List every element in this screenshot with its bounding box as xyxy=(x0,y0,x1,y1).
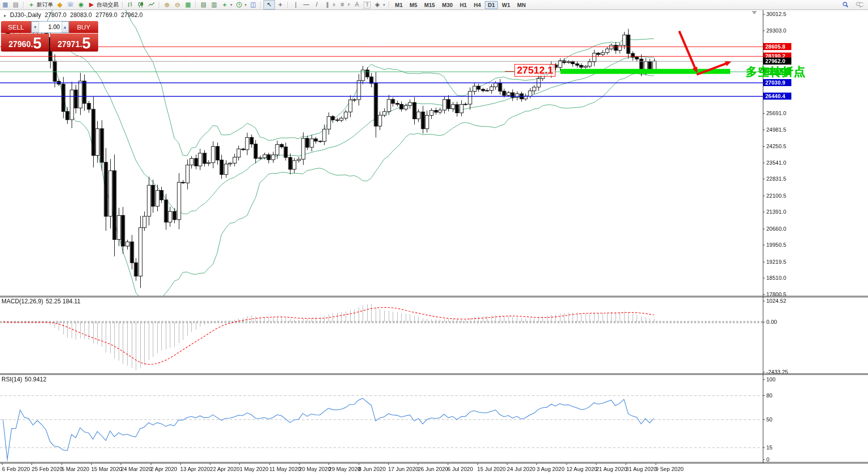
buy-price-big-digit: 5 xyxy=(82,36,91,51)
chevron-down-icon: ▾ xyxy=(230,3,232,7)
volume-decrease-button[interactable]: ▼ xyxy=(32,22,39,33)
volume-increase-button[interactable]: ▲ xyxy=(62,22,69,33)
chart-shift-marker[interactable] xyxy=(752,11,757,15)
rsi-panel-separator[interactable] xyxy=(0,373,868,375)
fibonacci-sub-label: F xyxy=(348,3,350,7)
toolbar-separator xyxy=(23,2,24,9)
arrange-windows-icon: ▤ xyxy=(200,1,207,9)
toolbar-separator xyxy=(389,2,390,9)
fibonacci-icon: ≡ xyxy=(339,1,346,9)
sell-price-big-digit: 5 xyxy=(33,36,42,51)
tab-timeframe-h4[interactable]: H4 xyxy=(471,1,484,9)
new-chart-button[interactable]: ▦ xyxy=(0,1,11,9)
chart-title-bar: ▸ DJ30-,Daily 27807.0 28083.0 27769.0 27… xyxy=(4,12,145,19)
add-indicator-button[interactable]: ＋▾ xyxy=(219,1,234,9)
tab-timeframe-mn[interactable]: MN xyxy=(514,1,529,9)
zoom-in-button[interactable]: ⊕ xyxy=(162,1,172,9)
cascade-windows-button[interactable]: ▥ xyxy=(209,1,219,9)
buy-price-button[interactable]: 27971.5 xyxy=(50,34,98,52)
tab-timeframe-m30[interactable]: M30 xyxy=(439,1,455,9)
chevron-down-icon: ▾ xyxy=(383,3,385,7)
date-axis-separator xyxy=(0,462,868,463)
text-label-tool[interactable]: T xyxy=(362,1,372,9)
main-toolbar: ▦ ▤ ＋ 新订单 ◆ ☏ ◉ ▶ 自动交易 ⊕ ⊖ ▦ ▤ ▥ ＋▾ ▾ ◫ xyxy=(0,0,868,10)
crosshair-tool-button[interactable]: + xyxy=(275,1,285,9)
metaeditor-button[interactable]: ◆ xyxy=(55,1,65,9)
tick-chart-button[interactable]: ▤ xyxy=(11,1,21,9)
toolbar-separator xyxy=(260,2,261,9)
text-tool[interactable]: A xyxy=(352,1,362,9)
new-order-button[interactable]: ＋ 新订单 xyxy=(26,1,55,9)
toolbar-separator xyxy=(159,2,160,9)
candlestick-chart-icon xyxy=(137,1,145,9)
candlestick-mode-button[interactable] xyxy=(136,1,146,9)
signals-button[interactable]: ◉ xyxy=(76,1,86,9)
toolbar-separator xyxy=(195,2,196,9)
chat-button[interactable] xyxy=(854,1,865,9)
toolbar-separator xyxy=(287,2,288,9)
new-order-label: 新订单 xyxy=(37,1,53,9)
auto-trading-label: 自动交易 xyxy=(97,1,119,9)
community-icon: ☏ xyxy=(67,1,74,9)
macd-label: MACD(12,26,9)52.25 184.11 xyxy=(2,298,83,305)
fibonacci-tool[interactable]: ≡F xyxy=(337,1,352,9)
auto-trading-button[interactable]: ▶ 自动交易 xyxy=(86,1,120,9)
zoom-out-button[interactable]: ⊖ xyxy=(172,1,183,9)
rsi-value: 50.9412 xyxy=(25,376,46,383)
periods-clock-icon xyxy=(235,1,243,9)
chart-canvas[interactable] xyxy=(0,0,868,474)
search-icon xyxy=(841,1,849,9)
tile-windows-icon: ▦ xyxy=(184,1,192,9)
channel-tool[interactable]: ∥E xyxy=(322,1,337,9)
trendline-tool[interactable]: / xyxy=(312,1,322,9)
bar-chart-mode-button[interactable] xyxy=(125,1,136,9)
zoom-out-icon: ⊖ xyxy=(174,1,181,9)
community-button[interactable]: ☏ xyxy=(65,1,76,9)
buy-price-main: 27971. xyxy=(58,38,82,51)
vertical-line-tool[interactable]: | xyxy=(291,1,301,9)
search-button[interactable] xyxy=(840,1,850,9)
bar-chart-icon xyxy=(127,1,134,9)
metaeditor-icon: ◆ xyxy=(56,1,64,9)
tile-windows-button[interactable]: ▦ xyxy=(183,1,193,9)
sell-price-main: 27960. xyxy=(9,38,33,51)
buy-button[interactable]: BUY xyxy=(69,21,98,33)
tick-chart-icon: ▤ xyxy=(12,1,20,9)
crosshair-icon: + xyxy=(276,1,284,9)
horizontal-line-icon: — xyxy=(303,1,310,9)
volume-input[interactable] xyxy=(39,22,62,33)
ohlc-low: 27769.0 xyxy=(96,12,117,19)
new-order-icon: ＋ xyxy=(28,1,35,9)
tab-timeframe-w1[interactable]: W1 xyxy=(499,1,513,9)
zoom-in-icon: ⊕ xyxy=(163,1,171,9)
macd-panel-separator[interactable] xyxy=(0,296,868,297)
tab-timeframe-m1[interactable]: M1 xyxy=(392,1,406,9)
support-level-callout[interactable]: 27512.1 xyxy=(514,64,555,77)
chevron-down-icon: ▾ xyxy=(245,3,247,7)
add-indicator-icon: ＋ xyxy=(221,1,228,9)
macd-name: MACD(12,26,9) xyxy=(2,298,43,305)
macd-values: 52.25 184.11 xyxy=(46,298,80,305)
ohlc-high: 28083.0 xyxy=(70,12,92,19)
tab-timeframe-m5[interactable]: M5 xyxy=(407,1,420,9)
rsi-label: RSI(14)50.9412 xyxy=(2,376,49,383)
shapes-tool[interactable]: ◈▾ xyxy=(372,1,387,9)
tab-timeframe-h1[interactable]: H1 xyxy=(457,1,470,9)
turning-point-annotation[interactable]: 多空转折点 xyxy=(746,64,806,80)
signal-icon: ◉ xyxy=(77,1,85,9)
tab-timeframe-d1[interactable]: D1 xyxy=(485,1,498,9)
cursor-tool-button[interactable]: ↖ xyxy=(263,0,275,10)
sell-price-button[interactable]: 27960.5 xyxy=(1,34,49,52)
horizontal-line-tool[interactable]: — xyxy=(301,1,312,9)
line-chart-mode-button[interactable] xyxy=(146,1,157,9)
channel-sub-label: E xyxy=(333,3,336,7)
one-click-trading-panel: SELL ▼ ▲ BUY 27960.5 27971.5 xyxy=(1,21,98,52)
mt-terminal-window: ▦ ▤ ＋ 新订单 ◆ ☏ ◉ ▶ 自动交易 ⊕ ⊖ ▦ ▤ ▥ ＋▾ ▾ ◫ xyxy=(0,0,868,474)
periods-button[interactable]: ▾ xyxy=(234,1,248,9)
tab-timeframe-m15[interactable]: M15 xyxy=(421,1,438,9)
sell-button[interactable]: SELL xyxy=(1,21,31,33)
trendline-icon: / xyxy=(313,1,321,9)
text-label-icon: T xyxy=(364,2,371,9)
arrange-windows-button[interactable]: ▤ xyxy=(198,1,209,9)
templates-button[interactable]: ◫ xyxy=(248,1,258,9)
